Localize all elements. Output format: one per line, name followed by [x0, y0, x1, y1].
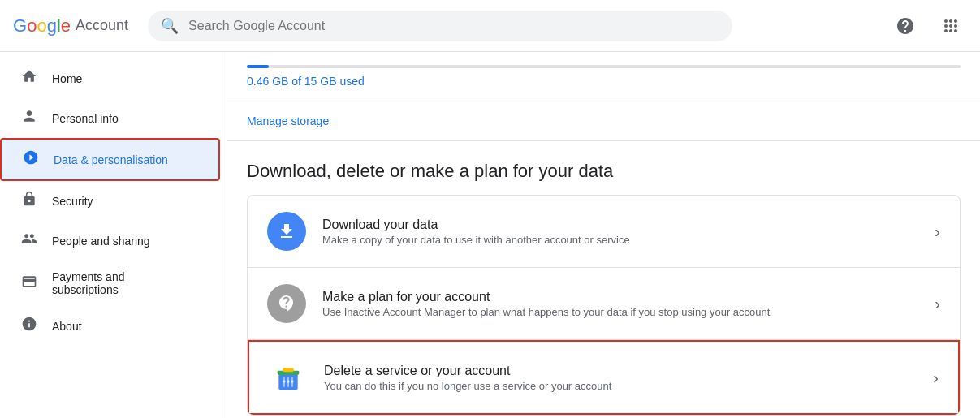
- help-button[interactable]: [889, 10, 922, 42]
- plan-item[interactable]: Make a plan for your account Use Inactiv…: [248, 268, 960, 340]
- delete-title: Delete a service or your account: [324, 364, 917, 378]
- search-bar[interactable]: 🔍: [148, 11, 732, 41]
- sidebar-item-security[interactable]: Security: [0, 181, 214, 221]
- google-wordmark: Google: [13, 15, 71, 37]
- download-content: Download your data Make a copy of your d…: [322, 218, 918, 246]
- plan-icon: [267, 284, 306, 323]
- plan-content: Make a plan for your account Use Inactiv…: [322, 290, 918, 318]
- storage-text: 0.46 GB of 15 GB used: [247, 75, 365, 88]
- download-item[interactable]: Download your data Make a copy of your d…: [248, 196, 960, 268]
- app-layout: Google Account 🔍 Home: [0, 0, 980, 418]
- person-icon: [19, 108, 39, 128]
- chevron-icon: ›: [935, 295, 940, 313]
- delete-desc: You can do this if you no longer use a s…: [324, 380, 917, 392]
- storage-bar-container: [247, 65, 961, 68]
- svg-rect-2: [283, 368, 293, 372]
- sidebar-item-label: Data & personalisation: [54, 153, 168, 166]
- download-icon: [267, 212, 306, 251]
- section-title: Download, delete or make a plan for your…: [247, 161, 961, 182]
- sidebar-item-about[interactable]: About: [0, 306, 214, 346]
- plan-desc: Use Inactive Account Manager to plan wha…: [322, 306, 918, 318]
- data-section: Download, delete or make a plan for your…: [227, 141, 980, 418]
- sidebar-item-payments[interactable]: Payments and subscriptions: [0, 261, 214, 306]
- chevron-icon: ›: [935, 222, 940, 241]
- account-label: Account: [76, 17, 128, 34]
- manage-storage-link[interactable]: Manage storage: [247, 114, 329, 127]
- header-right: [889, 10, 967, 42]
- sidebar-item-home[interactable]: Home: [0, 58, 214, 98]
- main-content: 0.46 GB of 15 GB used Manage storage Dow…: [227, 52, 980, 418]
- sidebar-item-label: Personal info: [52, 112, 119, 125]
- sidebar-item-label: People and sharing: [52, 235, 150, 248]
- people-icon: [19, 231, 39, 251]
- sidebar: Home Personal info Data & personalisatio…: [0, 52, 227, 418]
- main-layout: Home Personal info Data & personalisatio…: [0, 52, 980, 418]
- search-input[interactable]: [188, 19, 719, 33]
- manage-storage-section: Manage storage: [227, 101, 980, 141]
- info-icon: [19, 316, 39, 336]
- plan-title: Make a plan for your account: [322, 290, 918, 304]
- download-desc: Make a copy of your data to use it with …: [322, 234, 918, 246]
- sidebar-item-data-personalisation[interactable]: Data & personalisation: [0, 138, 220, 181]
- delete-item[interactable]: Delete a service or your account You can…: [248, 340, 960, 415]
- security-icon: [19, 191, 39, 211]
- payment-icon: [19, 274, 39, 294]
- sidebar-item-label: Home: [52, 72, 82, 85]
- sidebar-item-label: About: [52, 320, 82, 333]
- delete-content: Delete a service or your account You can…: [324, 364, 917, 392]
- chevron-icon: ›: [933, 368, 939, 387]
- sidebar-item-label: Security: [52, 195, 93, 208]
- apps-button[interactable]: [935, 10, 967, 42]
- home-icon: [19, 68, 39, 88]
- storage-bar-fill: [247, 65, 269, 68]
- sidebar-item-personal-info[interactable]: Personal info: [0, 98, 214, 138]
- header: Google Account 🔍: [0, 0, 980, 52]
- sidebar-item-people-sharing[interactable]: People and sharing: [0, 221, 214, 261]
- actions-card: Download your data Make a copy of your d…: [247, 195, 961, 416]
- download-title: Download your data: [322, 218, 918, 232]
- data-icon: [21, 149, 41, 170]
- sidebar-item-label: Payments and subscriptions: [52, 270, 194, 296]
- storage-section: 0.46 GB of 15 GB used: [227, 52, 980, 101]
- search-icon: 🔍: [161, 17, 179, 35]
- delete-icon: [269, 358, 308, 397]
- logo: Google Account: [13, 15, 128, 37]
